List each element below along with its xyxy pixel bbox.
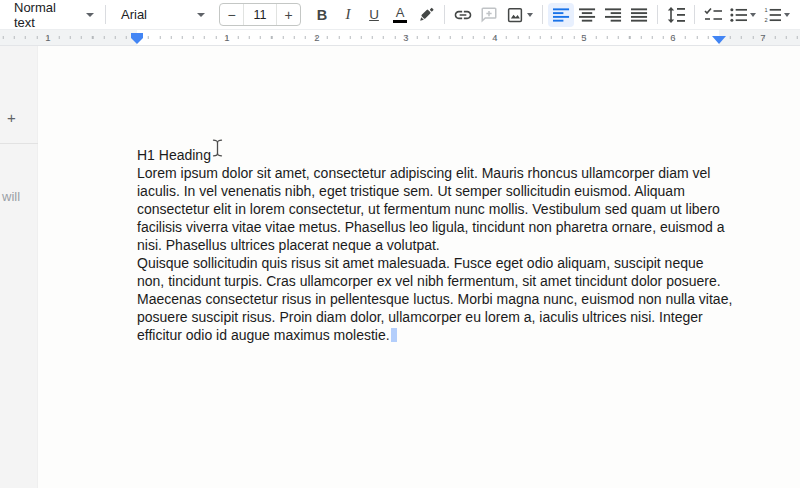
paragraph-style-dropdown[interactable]: Normal text xyxy=(8,3,100,27)
text-color-icon: A xyxy=(393,6,407,24)
underline-button[interactable]: U xyxy=(361,3,387,27)
align-left-icon xyxy=(553,7,570,23)
selection-caret xyxy=(391,328,397,342)
add-comment-icon xyxy=(480,6,498,24)
link-icon xyxy=(453,5,473,25)
underline-icon: U xyxy=(369,7,379,22)
font-size-group: − 11 + xyxy=(219,3,301,26)
font-family-value: Arial xyxy=(121,7,189,22)
chevron-down-icon xyxy=(527,13,533,17)
last-line-text: efficitur odio id augue maximus molestie… xyxy=(137,327,390,343)
paragraph-line[interactable]: nisi. Phasellus ultrices placerat neque … xyxy=(137,236,727,254)
ruler-label: 3 xyxy=(403,32,408,43)
add-button[interactable]: + xyxy=(7,109,16,126)
justify-button[interactable] xyxy=(626,3,652,27)
left-indent-marker[interactable] xyxy=(131,33,143,44)
bold-button[interactable]: B xyxy=(309,3,335,27)
justify-icon xyxy=(631,7,648,23)
image-icon xyxy=(506,6,524,24)
paragraph-line[interactable]: Maecenas consectetur risus in pellentesq… xyxy=(137,290,727,308)
ruler-label: 6 xyxy=(670,32,675,43)
line-spacing-icon xyxy=(667,7,685,23)
insert-link-button[interactable] xyxy=(450,3,476,27)
italic-icon: I xyxy=(346,6,351,23)
toolbar-separator xyxy=(542,5,543,24)
ruler-label: 5 xyxy=(581,32,586,43)
chevron-down-icon xyxy=(784,13,790,17)
highlighter-icon xyxy=(417,6,435,24)
strip-divider xyxy=(0,143,38,144)
paragraph-style-value: Normal text xyxy=(14,0,78,30)
left-side-strip: + will xyxy=(0,46,38,488)
align-center-button[interactable] xyxy=(574,3,600,27)
svg-text:1: 1 xyxy=(764,7,767,13)
toolbar-separator xyxy=(444,5,445,24)
document-text[interactable]: H1 Heading Lorem ipsum dolor sit amet, c… xyxy=(137,146,727,344)
paragraph-line[interactable]: iaculis. In vel venenatis nibh, eget tri… xyxy=(137,182,727,200)
paragraph-line[interactable]: Lorem ipsum dolor sit amet, consectetur … xyxy=(137,164,727,182)
ruler-ticks xyxy=(0,36,800,39)
highlight-color-button[interactable] xyxy=(413,3,439,27)
paragraph-line[interactable]: consectetur elit in lorem consectetur, u… xyxy=(137,200,727,218)
bulleted-list-icon xyxy=(730,7,747,23)
line-spacing-button[interactable] xyxy=(663,3,689,27)
align-center-icon xyxy=(579,7,596,23)
paragraph-line[interactable]: posuere suscipit risus. Proin diam dolor… xyxy=(137,308,727,326)
svg-text:2: 2 xyxy=(764,16,767,22)
decrease-font-size-button[interactable]: − xyxy=(220,4,243,25)
chevron-down-icon xyxy=(86,13,94,17)
ruler-label: 4 xyxy=(492,32,497,43)
ruler-label: 1 xyxy=(224,32,229,43)
increase-font-size-button[interactable]: + xyxy=(277,4,300,25)
checklist-button[interactable] xyxy=(700,3,726,27)
font-family-dropdown[interactable]: Arial xyxy=(115,3,211,27)
paragraph-line-last[interactable]: efficitur odio id augue maximus molestie… xyxy=(137,326,727,344)
numbered-list-button[interactable]: 12 xyxy=(760,3,794,27)
bold-icon: B xyxy=(317,7,327,23)
paragraph-line[interactable]: Quisque sollicitudin quis risus sit amet… xyxy=(137,254,727,272)
ruler-label: 2 xyxy=(314,32,319,43)
align-right-icon xyxy=(605,7,622,23)
chevron-down-icon xyxy=(750,13,756,17)
ruler-label: 7 xyxy=(760,32,765,43)
font-size-value[interactable]: 11 xyxy=(243,4,277,25)
ruler-label: 1 xyxy=(45,32,50,43)
chevron-down-icon xyxy=(197,13,205,17)
right-indent-marker[interactable] xyxy=(712,36,726,44)
horizontal-ruler[interactable]: 1 1 2 3 4 5 6 7 xyxy=(0,30,800,46)
strip-partial-text: will xyxy=(2,189,20,204)
document-canvas[interactable]: + will H1 Heading Lorem ipsum dolor sit … xyxy=(0,46,800,488)
text-color-button[interactable]: A xyxy=(387,3,413,27)
italic-button[interactable]: I xyxy=(335,3,361,27)
insert-image-button[interactable] xyxy=(502,3,537,27)
toolbar: Normal text Arial − 11 + B I U A xyxy=(0,0,800,30)
paragraph-line[interactable]: facilisis viverra vitae vitae metus. Pha… xyxy=(137,218,727,236)
toolbar-separator xyxy=(694,5,695,24)
align-left-button[interactable] xyxy=(548,3,574,27)
align-right-button[interactable] xyxy=(600,3,626,27)
add-comment-button[interactable] xyxy=(476,3,502,27)
heading-line[interactable]: H1 Heading xyxy=(137,146,727,164)
bulleted-list-button[interactable] xyxy=(726,3,760,27)
numbered-list-icon: 12 xyxy=(764,7,781,23)
paragraph-line[interactable]: non, tincidunt turpis. Cras ullamcorper … xyxy=(137,272,727,290)
toolbar-separator xyxy=(657,5,658,24)
checklist-icon xyxy=(704,7,722,23)
toolbar-separator xyxy=(105,5,106,24)
